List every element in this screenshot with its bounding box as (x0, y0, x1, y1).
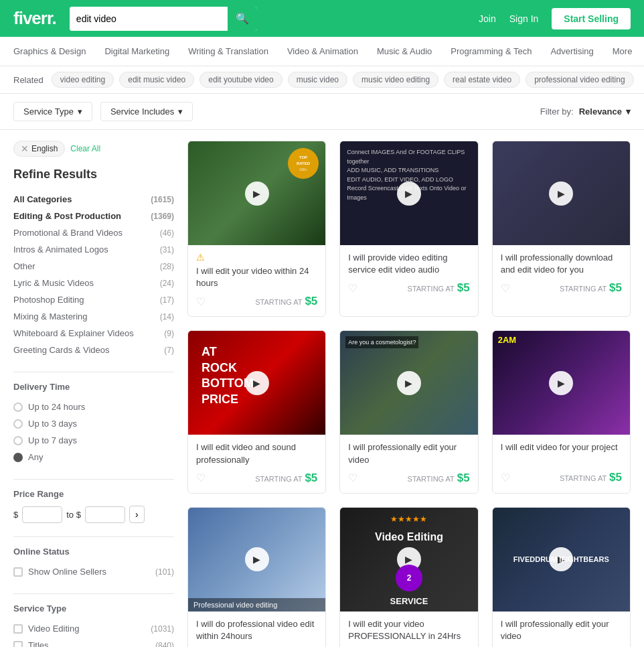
gig-card-3[interactable]: ▶ I will professionally download and edi… (492, 141, 631, 317)
category-photoshop-count: (17) (160, 295, 174, 305)
category-whiteboard-count: (9) (164, 329, 174, 338)
service-type-dropdown[interactable]: Service Type ▾ (13, 102, 92, 121)
nav-digital-marketing[interactable]: Digital Marketing (104, 38, 169, 64)
price-5: $5 (457, 472, 470, 484)
delivery-3d[interactable]: Up to 3 days (13, 415, 174, 432)
divider-3 (13, 536, 174, 537)
tag-video-editing[interactable]: video editing (52, 72, 114, 88)
gig-card-2[interactable]: Connect IMAGES And Or FOOTAGE CLIPS toge… (339, 141, 478, 317)
warning-icon-1: ⚠ (196, 252, 317, 263)
gig-price-3: STARTING AT $5 (560, 281, 622, 295)
starting-at-label-5: STARTING AT (408, 475, 455, 483)
play-button-6[interactable]: ▶ (549, 371, 573, 395)
sign-in-link[interactable]: Sign In (509, 13, 539, 24)
clear-all-link[interactable]: Clear All (70, 144, 100, 153)
category-promotional[interactable]: Promotional & Brand Videos (46) (13, 224, 174, 241)
remove-english-icon[interactable]: ✕ (21, 143, 29, 154)
play-button-1[interactable]: ▶ (245, 182, 269, 206)
heart-button-6[interactable]: ♡ (501, 472, 510, 484)
tag-music-video[interactable]: music video (288, 72, 347, 88)
category-intros[interactable]: Intros & Animated Logos (31) (13, 241, 174, 258)
gig-title-7: I will do professional video edit within… (196, 618, 317, 642)
category-whiteboard[interactable]: Whiteboard & Explainer Videos (9) (13, 325, 174, 342)
category-mixing-count: (14) (160, 312, 174, 321)
gig-title-2: I will provide video editing service edi… (348, 252, 469, 276)
category-other-count: (28) (160, 262, 174, 271)
service-titles-count: (840) (155, 641, 174, 648)
price-3: $5 (609, 281, 622, 294)
gig-card-6[interactable]: ▶ 2AM I will edit video for your project… (492, 330, 631, 493)
category-greeting[interactable]: Greeting Cards & Videos (7) (13, 342, 174, 358)
category-mixing[interactable]: Mixing & Mastering (14) (13, 308, 174, 325)
nav-programming-tech[interactable]: Programming & Tech (451, 38, 532, 64)
english-filter-label: English (31, 144, 58, 153)
search-bar: 🔍 (70, 7, 257, 31)
gig-card-5[interactable]: ▶ Are you a cosmetologist? I will profes… (339, 330, 478, 493)
category-lyric[interactable]: Lyric & Music Videos (24) (13, 275, 174, 291)
nav-music-audio[interactable]: Music & Audio (377, 38, 432, 64)
heart-button-1[interactable]: ♡ (196, 295, 206, 308)
relevance-label: Relevance (579, 106, 622, 117)
all-categories-item[interactable]: All Categories (1615) (13, 191, 174, 208)
heart-button-3[interactable]: ♡ (501, 282, 510, 295)
heart-button-5[interactable]: ♡ (348, 472, 357, 484)
tag-music-video-editing[interactable]: music video editing (353, 72, 438, 88)
gig-card-8[interactable]: ▶ ★★★★★ Video Editing 2 SERVICE I will e… (339, 507, 478, 647)
nav-video-animation[interactable]: Video & Animation (287, 38, 358, 64)
tag-edit-music-video[interactable]: edit music video (119, 72, 194, 88)
gig-card-9[interactable]: ▶ FIVEDDRUM IFIGHTBEARS I will professio… (492, 507, 631, 647)
delivery-any-label: Any (28, 452, 43, 462)
play-button-7[interactable]: ▶ (245, 547, 269, 571)
heart-button-2[interactable]: ♡ (348, 282, 357, 295)
start-selling-button[interactable]: Start Selling (552, 8, 631, 29)
service-type-chevron-icon: ▾ (78, 106, 82, 117)
starting-at-label-4: STARTING AT (255, 475, 302, 483)
join-link[interactable]: Join (479, 13, 496, 24)
gig-thumb-8: ▶ ★★★★★ Video Editing 2 SERVICE (340, 508, 477, 612)
delivery-7d[interactable]: Up to 7 days (13, 432, 174, 449)
price-6: $5 (609, 471, 622, 484)
gig-card-1[interactable]: ▶ TOP RATED 100+ ⚠ I will edit your vide… (187, 141, 326, 317)
online-sellers-item[interactable]: Show Online Sellers (101) (13, 563, 174, 580)
gig-info-2: I will provide video editing service edi… (340, 245, 477, 303)
category-editing-post[interactable]: Editing & Post Production (1369) (13, 208, 174, 224)
relevance-dropdown[interactable]: Relevance ▾ (579, 106, 631, 117)
category-photoshop[interactable]: Photoshop Editing (17) (13, 291, 174, 308)
gig-title-9: I will professionally edit your video (501, 618, 622, 642)
price-go-button[interactable]: › (129, 506, 145, 523)
play-button-5[interactable]: ▶ (397, 371, 421, 395)
nav-graphics-design[interactable]: Graphics & Design (13, 38, 86, 64)
delivery-24h[interactable]: Up to 24 hours (13, 399, 174, 415)
service-includes-dropdown[interactable]: Service Includes ▾ (100, 102, 193, 121)
gig-info-1: ⚠ I will edit your video within 24 hours… (188, 245, 325, 316)
search-button[interactable]: 🔍 (228, 7, 257, 31)
divider-2 (13, 479, 174, 480)
tag-edit-youtube-video[interactable]: edit youtube video (199, 72, 282, 88)
nav-advertising[interactable]: Advertising (550, 38, 593, 64)
delivery-time-title: Delivery Time (13, 382, 174, 392)
gig-thumb-2: Connect IMAGES And Or FOOTAGE CLIPS toge… (340, 141, 477, 245)
gig-footer-4: ♡ STARTING AT $5 (196, 472, 317, 485)
gig-price-6: STARTING AT $5 (560, 471, 622, 484)
delivery-any[interactable]: Any (13, 449, 174, 465)
search-input[interactable] (70, 7, 228, 31)
play-button-2[interactable]: ▶ (397, 182, 421, 206)
category-other[interactable]: Other (28) (13, 258, 174, 275)
gig-card-4[interactable]: ▶ ATROCKBOTTOMPRICE I will edit video an… (187, 330, 326, 493)
gig-footer-1: ♡ STARTING AT $5 (196, 295, 317, 308)
nav-writing-translation[interactable]: Writing & Translation (188, 38, 268, 64)
play-button-3[interactable]: ▶ (549, 182, 573, 206)
gig-title-1: I will edit your video within 24 hours (196, 265, 317, 289)
service-titles[interactable]: Titles (840) (13, 637, 174, 647)
gig-thumb-9: ▶ FIVEDDRUM IFIGHTBEARS (493, 508, 630, 612)
service-video-editing[interactable]: Video Editing (1031) (13, 620, 174, 637)
starting-at-label-1: STARTING AT (255, 298, 302, 306)
price-max-input[interactable] (85, 506, 125, 523)
tag-real-estate-video[interactable]: real estate video (444, 72, 520, 88)
nav-more[interactable]: More (613, 38, 633, 64)
divider-4 (13, 593, 174, 594)
gig-card-7[interactable]: ▶ Professional video editing I will do p… (187, 507, 326, 647)
heart-button-4[interactable]: ♡ (196, 472, 206, 484)
tag-professional-video-editing[interactable]: professional video editing (526, 72, 633, 88)
price-min-input[interactable] (22, 506, 62, 523)
